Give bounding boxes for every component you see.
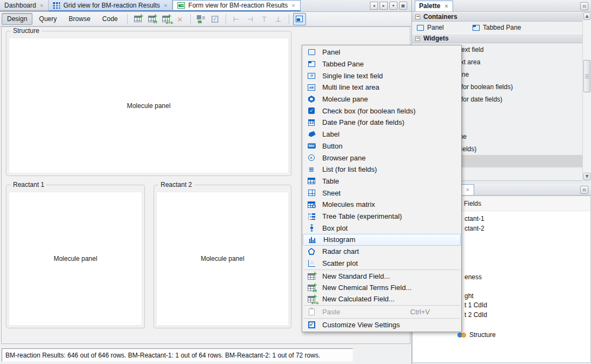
new-chemical-terms-field-button[interactable]: [145, 13, 158, 25]
palette-item-panel[interactable]: Panel: [417, 24, 473, 31]
menu-item-browser-pane[interactable]: ▸Browser pane: [302, 152, 461, 164]
menu-item-molecules-matrix[interactable]: Molecules matrix: [302, 199, 461, 211]
minimize-panel-icon[interactable]: ⊟: [580, 2, 588, 10]
menu-item-panel[interactable]: Panel: [302, 46, 461, 58]
scroll-down-icon[interactable]: ▼: [583, 173, 590, 180]
align-top-button[interactable]: ⊤: [258, 13, 271, 25]
menu-item-check-box-for-boolean-fields[interactable]: ✓Check box (for boolean fields): [302, 105, 461, 117]
tab-list-dropdown[interactable]: ▾: [389, 2, 397, 10]
molecule-panel[interactable]: Molecule panel: [156, 192, 289, 326]
align-right-button[interactable]: ⊣: [244, 13, 257, 25]
field-item-label: ctant-1: [464, 215, 484, 223]
minimize-panel-icon[interactable]: ⊟: [580, 186, 588, 194]
palette-scrollbar[interactable]: ▲ ▼: [582, 12, 591, 181]
tab-grid-view-for-bm-reaction-results[interactable]: Grid view for BM-reaction Results×: [49, 0, 172, 11]
new-calculated-field-button[interactable]: [160, 13, 172, 25]
menu-icon-cell: ✓: [306, 107, 317, 114]
structure-panel[interactable]: Structure Molecule panel: [6, 31, 291, 176]
blocks-button[interactable]: [195, 13, 208, 25]
tab-palette[interactable]: Palette ×: [415, 1, 453, 11]
field-item-structure[interactable]: Structure: [457, 331, 496, 339]
field-item-ctant-2[interactable]: ctant-2: [464, 225, 484, 232]
close-icon[interactable]: ×: [466, 186, 470, 193]
code-button[interactable]: Code: [97, 13, 123, 25]
molecule-panel[interactable]: Molecule panel: [9, 38, 289, 173]
align-bottom-button[interactable]: ⊥: [272, 13, 285, 25]
menu-item-table[interactable]: Table: [302, 176, 461, 187]
menu-item-scatter-plot[interactable]: ∴Scatter plot: [302, 257, 461, 269]
menu-item-paste[interactable]: PasteCtrl+V: [302, 306, 461, 318]
menu-item-new-chemical-terms-field[interactable]: New Chemical Terms Field...: [302, 282, 461, 293]
form-view-icon: [177, 2, 185, 9]
menu-item-multi-line-text-area[interactable]: abMulti line text area: [302, 82, 461, 93]
box-plot-icon: [308, 224, 315, 232]
menu-item-radar-chart[interactable]: Radar chart: [302, 246, 461, 258]
molecule-panel[interactable]: Molecule panel: [9, 192, 142, 326]
menu-item-list-for-list-fields[interactable]: ≡List (for list fields): [302, 164, 461, 176]
menu-item-button[interactable]: btnButton: [302, 140, 461, 152]
menu-item-sheet[interactable]: Sheet: [302, 187, 461, 199]
radar-chart-icon: [308, 248, 315, 255]
scroll-tabs-left[interactable]: ◂: [370, 2, 378, 10]
palette-item-label: Tabbed Pane: [483, 24, 521, 31]
menu-item-customize-view-settings[interactable]: ↙Customize View Settings: [302, 319, 461, 331]
tab-close-icon[interactable]: ×: [39, 2, 44, 9]
resize-toggle-button[interactable]: [293, 13, 306, 25]
menu-item-single-line-text-field[interactable]: aSingle line text field: [302, 70, 461, 82]
field-item-ctant-1[interactable]: ctant-1: [464, 215, 484, 223]
align-left-button[interactable]: ⊢: [230, 13, 243, 25]
browse-button[interactable]: Browse: [63, 13, 96, 25]
delete-button[interactable]: ×: [174, 13, 187, 25]
menu-item-box-plot[interactable]: Box plot: [302, 222, 461, 234]
close-icon[interactable]: ×: [444, 3, 448, 9]
align-left-icon: ⊢: [233, 16, 239, 23]
menu-icon-cell: [306, 178, 317, 184]
sheet-icon: [308, 190, 315, 196]
restore-window[interactable]: ▣: [399, 2, 407, 10]
palette-section-header-containers[interactable]: −Containers: [412, 12, 582, 22]
menu-item-tabbed-pane[interactable]: Tabbed Pane: [302, 58, 461, 70]
customize-view-button[interactable]: ↙: [209, 13, 222, 25]
multi-line-text-area-icon: ab: [308, 84, 315, 91]
context-menu: PanelTabbed PaneaSingle line text fielda…: [302, 45, 462, 332]
palette-containers-row: PanelTabbed Pane: [412, 22, 582, 33]
menu-item-label: Panel: [322, 48, 340, 56]
menu-item-tree-table-experimental[interactable]: Tree Table (experimental): [302, 211, 461, 223]
field-item-t-2-cdid[interactable]: t 2 CdId: [464, 311, 487, 319]
field-item-ght[interactable]: ght: [464, 292, 474, 300]
scrollbar-thumb[interactable]: [583, 60, 590, 92]
menu-item-new-standard-field[interactable]: New Standard Field...: [302, 271, 461, 282]
tab-close-icon[interactable]: ×: [163, 2, 168, 9]
palette-item-tabbed-pane[interactable]: Tabbed Pane: [473, 24, 521, 31]
menu-item-date-pane-for-date-fields[interactable]: 12Date Pane (for date fields): [302, 117, 461, 129]
tab-close-icon[interactable]: ×: [291, 2, 295, 9]
tab-form-view-for-bm-reaction-results[interactable]: Form view for BM-reaction Results×: [172, 0, 300, 11]
table-icon: [308, 178, 315, 184]
menu-item-new-calculated-field[interactable]: New Calculated Field...: [302, 293, 461, 305]
tab-dashboard[interactable]: Dashboard×: [0, 0, 49, 11]
menu-icon-cell: [306, 96, 317, 103]
resize-toggle-icon: [296, 16, 303, 22]
browser-pane-icon: ▸: [308, 154, 315, 161]
menu-separator: [303, 318, 460, 319]
field-item-t-1-cdid[interactable]: t 1 CdId: [464, 301, 487, 309]
scroll-up-icon[interactable]: ▲: [583, 12, 590, 20]
scroll-tabs-right[interactable]: ▸: [380, 2, 388, 10]
design-button[interactable]: Design: [2, 13, 32, 25]
palette-section-header-widgets[interactable]: −Widgets: [412, 33, 582, 43]
menu-icon-cell: ≡: [306, 166, 317, 173]
query-button[interactable]: Query: [34, 13, 62, 25]
menu-item-label[interactable]: Label: [302, 129, 461, 140]
menu-item-label: Scatter plot: [322, 259, 358, 267]
field-item-eness[interactable]: eness: [464, 273, 482, 281]
menu-item-label: Table: [322, 177, 339, 185]
minus-box-icon: −: [415, 15, 420, 19]
reactant-2-panel[interactable]: Reactant 2 Molecule panel: [154, 185, 291, 328]
new-standard-field-button[interactable]: [131, 13, 144, 25]
histogram-icon: [309, 236, 316, 243]
menu-item-label: Customize View Settings: [322, 321, 400, 329]
menu-item-histogram[interactable]: Histogram: [303, 234, 461, 246]
reactant-1-panel[interactable]: Reactant 1 Molecule panel: [6, 185, 145, 328]
menu-item-molecule-pane[interactable]: Molecule pane: [302, 93, 461, 105]
menu-icon-cell: [306, 273, 317, 280]
